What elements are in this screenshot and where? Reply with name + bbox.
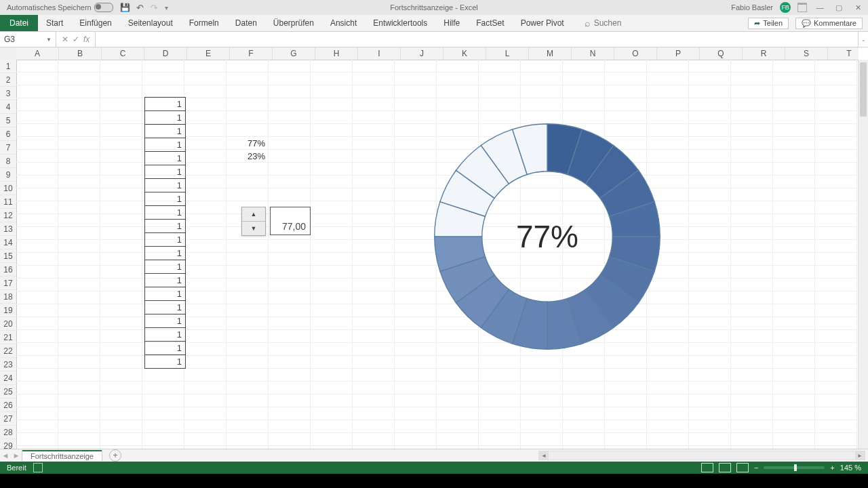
ribbon-tab-überprüfen[interactable]: Überprüfen: [265, 15, 322, 31]
cell-d12[interactable]: 1: [144, 205, 186, 220]
row-header-24[interactable]: 24: [0, 371, 16, 385]
row-header-8[interactable]: 8: [0, 155, 16, 168]
ribbon-tab-daten[interactable]: Daten: [227, 15, 265, 31]
window-close-icon[interactable]: ✕: [852, 3, 864, 12]
col-header-M[interactable]: M: [529, 47, 572, 60]
share-button[interactable]: Teilen: [748, 18, 789, 29]
ribbon-search[interactable]: Suchen: [585, 15, 622, 31]
cell-d13[interactable]: 1: [144, 219, 186, 233]
col-header-G[interactable]: G: [273, 47, 315, 60]
cell-f7[interactable]: 77%: [226, 137, 269, 150]
cancel-formula-icon[interactable]: ✕: [62, 35, 68, 44]
cell-d9[interactable]: 1: [144, 165, 186, 179]
cell-d5[interactable]: 1: [144, 110, 186, 125]
row-header-25[interactable]: 25: [0, 385, 16, 399]
row-header-14[interactable]: 14: [0, 236, 16, 249]
fx-icon[interactable]: fx: [83, 35, 90, 44]
col-header-R[interactable]: R: [743, 47, 785, 60]
hscroll-left-icon[interactable]: ◄: [539, 451, 549, 460]
name-box-dropdown-icon[interactable]: ▼: [46, 37, 52, 43]
ribbon-tab-hilfe[interactable]: Hilfe: [435, 15, 468, 31]
ribbon-tab-formeln[interactable]: Formeln: [181, 15, 227, 31]
progress-donut-chart[interactable]: 77%: [429, 118, 666, 355]
cell-d4[interactable]: 1: [144, 97, 186, 111]
cell-d7[interactable]: 1: [144, 138, 186, 152]
cell-d19[interactable]: 1: [144, 300, 186, 314]
row-header-10[interactable]: 10: [0, 182, 16, 195]
col-header-Q[interactable]: Q: [700, 47, 743, 60]
scroll-thumb[interactable]: [860, 62, 867, 117]
spin-down-button[interactable]: ▼: [242, 222, 265, 235]
data-column-d[interactable]: 11111111111111111111: [144, 98, 186, 369]
row-header-13[interactable]: 13: [0, 222, 16, 236]
row-header-5[interactable]: 5: [0, 114, 16, 127]
col-header-D[interactable]: D: [144, 47, 187, 60]
save-icon[interactable]: [120, 3, 130, 12]
spin-up-button[interactable]: ▲: [242, 207, 265, 222]
col-header-F[interactable]: F: [230, 47, 273, 60]
row-header-12[interactable]: 12: [0, 209, 16, 222]
row-header-28[interactable]: 28: [0, 426, 16, 439]
col-header-B[interactable]: B: [59, 47, 102, 60]
ribbon-tab-factset[interactable]: FactSet: [468, 15, 512, 31]
col-header-L[interactable]: L: [486, 47, 529, 60]
col-header-E[interactable]: E: [187, 47, 230, 60]
row-header-15[interactable]: 15: [0, 249, 16, 263]
col-header-H[interactable]: H: [315, 47, 358, 60]
window-maximize-icon[interactable]: ▢: [833, 3, 845, 12]
vertical-scrollbar[interactable]: [858, 60, 868, 449]
row-header-27[interactable]: 27: [0, 412, 16, 426]
horizontal-scrollbar[interactable]: ◄ ►: [538, 451, 865, 460]
ribbon-tab-ansicht[interactable]: Ansicht: [322, 15, 365, 31]
row-header-11[interactable]: 11: [0, 195, 16, 209]
row-header-16[interactable]: 16: [0, 263, 16, 277]
row-header-9[interactable]: 9: [0, 168, 16, 182]
autosave-toggle[interactable]: Automatisches Speichern: [7, 3, 113, 12]
row-header-7[interactable]: 7: [0, 141, 16, 155]
add-sheet-button[interactable]: +: [109, 449, 121, 462]
comments-button[interactable]: Kommentare: [795, 18, 863, 29]
col-header-C[interactable]: C: [102, 47, 144, 60]
row-header-20[interactable]: 20: [0, 317, 16, 331]
expand-formula-bar-icon[interactable]: ⌄: [858, 32, 868, 47]
cell-d14[interactable]: 1: [144, 232, 186, 247]
cell-d21[interactable]: 1: [144, 327, 186, 342]
row-header-18[interactable]: 18: [0, 290, 16, 304]
cell-d20[interactable]: 1: [144, 314, 186, 328]
cell-d17[interactable]: 1: [144, 273, 186, 287]
view-pagebreak-icon[interactable]: [736, 463, 749, 472]
ribbon-tab-entwicklertools[interactable]: Entwicklertools: [365, 15, 435, 31]
undo-icon[interactable]: [136, 3, 144, 13]
cell-d6[interactable]: 1: [144, 124, 186, 138]
worksheet[interactable]: ABCDEFGHIJKLMNOPQRST 1234567891011121314…: [0, 47, 868, 449]
window-minimize-icon[interactable]: —: [814, 3, 826, 12]
cell-d16[interactable]: 1: [144, 260, 186, 274]
col-header-K[interactable]: K: [443, 47, 486, 60]
tab-nav-prev-icon[interactable]: ◄: [0, 451, 11, 460]
row-header-4[interactable]: 4: [0, 100, 16, 114]
name-box[interactable]: G3 ▼: [0, 32, 56, 47]
select-all-button[interactable]: [0, 47, 17, 60]
cell-d8[interactable]: 1: [144, 151, 186, 165]
ribbon-tab-start[interactable]: Start: [38, 15, 71, 31]
row-header-21[interactable]: 21: [0, 331, 16, 344]
col-header-I[interactable]: I: [358, 47, 401, 60]
col-header-O[interactable]: O: [614, 47, 657, 60]
row-header-22[interactable]: 22: [0, 344, 16, 358]
ribbon-options-icon[interactable]: [797, 3, 807, 12]
col-header-P[interactable]: P: [657, 47, 700, 60]
row-header-23[interactable]: 23: [0, 358, 16, 371]
col-header-S[interactable]: S: [785, 47, 828, 60]
cell-d23[interactable]: 1: [144, 354, 186, 369]
formula-input[interactable]: [96, 32, 858, 47]
row-header-6[interactable]: 6: [0, 127, 16, 141]
cell-d15[interactable]: 1: [144, 246, 186, 260]
ribbon-tab-einfügen[interactable]: Einfügen: [71, 15, 119, 31]
tab-nav-next-icon[interactable]: ►: [11, 451, 22, 460]
row-headers[interactable]: 1234567891011121314151617181920212223242…: [0, 60, 17, 449]
user-avatar[interactable]: FB: [780, 2, 791, 13]
zoom-level[interactable]: 145 %: [840, 464, 861, 472]
qat-customize-icon[interactable]: ▾: [165, 4, 168, 12]
zoom-slider-knob[interactable]: [794, 464, 797, 471]
row-header-19[interactable]: 19: [0, 304, 16, 317]
